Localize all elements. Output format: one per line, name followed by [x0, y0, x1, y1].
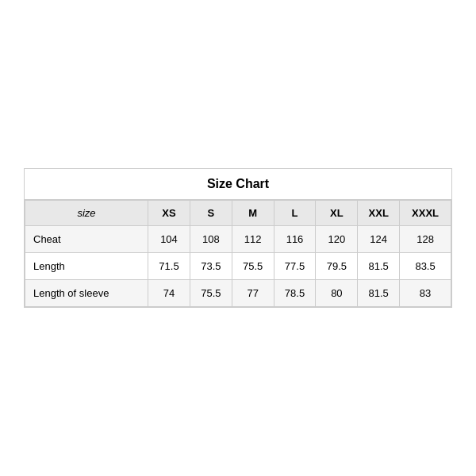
- col-header-xl: XL: [316, 201, 358, 226]
- chart-title: Size Chart: [207, 177, 269, 190]
- row-label-length: Length: [25, 253, 148, 280]
- cheat-xl: 120: [316, 226, 358, 253]
- table-row: Length of sleeve 74 75.5 77 78.5 80 81.5…: [25, 280, 451, 307]
- cheat-m: 112: [232, 226, 274, 253]
- row-label-cheat: Cheat: [25, 226, 148, 253]
- cheat-l: 116: [274, 226, 316, 253]
- sleeve-xxxl: 83: [400, 280, 451, 307]
- col-header-m: M: [232, 201, 274, 226]
- cheat-s: 108: [190, 226, 232, 253]
- col-header-xs: XS: [148, 201, 190, 226]
- col-header-l: L: [274, 201, 316, 226]
- length-xxxl: 83.5: [400, 253, 451, 280]
- table-row: Length 71.5 73.5 75.5 77.5 79.5 81.5 83.…: [25, 253, 451, 280]
- col-header-xxl: XXL: [358, 201, 400, 226]
- length-xl: 79.5: [316, 253, 358, 280]
- cheat-xs: 104: [148, 226, 190, 253]
- col-header-xxxl: XXXL: [400, 201, 451, 226]
- size-chart-container: Size Chart size XS S M L XL XXL XXXL Che…: [24, 168, 452, 308]
- cheat-xxxl: 128: [400, 226, 451, 253]
- sleeve-xs: 74: [148, 280, 190, 307]
- size-header: size: [25, 201, 148, 226]
- col-header-s: S: [190, 201, 232, 226]
- length-l: 77.5: [274, 253, 316, 280]
- length-xs: 71.5: [148, 253, 190, 280]
- header-row: size XS S M L XL XXL XXXL: [25, 201, 451, 226]
- size-chart-table: size XS S M L XL XXL XXXL Cheat 104 108 …: [25, 200, 451, 307]
- sleeve-xxl: 81.5: [358, 280, 400, 307]
- row-label-sleeve: Length of sleeve: [25, 280, 148, 307]
- cheat-xxl: 124: [358, 226, 400, 253]
- sleeve-xl: 80: [316, 280, 358, 307]
- sleeve-m: 77: [232, 280, 274, 307]
- sleeve-s: 75.5: [190, 280, 232, 307]
- sleeve-l: 78.5: [274, 280, 316, 307]
- length-m: 75.5: [232, 253, 274, 280]
- length-xxl: 81.5: [358, 253, 400, 280]
- length-s: 73.5: [190, 253, 232, 280]
- table-row: Cheat 104 108 112 116 120 124 128: [25, 226, 451, 253]
- chart-title-row: Size Chart: [25, 169, 451, 200]
